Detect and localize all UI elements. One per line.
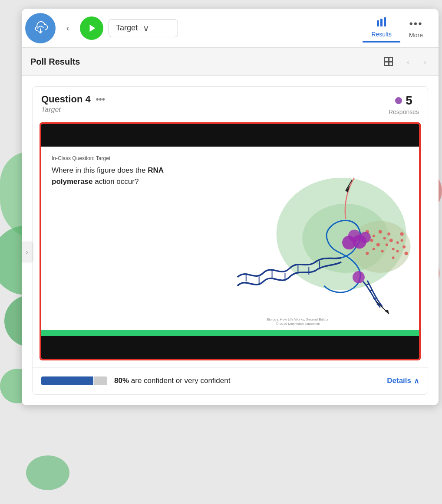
more-label: More [409,32,423,39]
main-panel: ‹ Target ∨ Results [22,9,439,405]
expand-handle[interactable]: › [22,242,32,262]
poll-results-title: Poll Results [30,57,381,67]
biology-figure: Biology: How Life Works, Second Edition … [211,147,419,330]
confidence-description: are confident or very confident [131,376,231,385]
svg-point-22 [392,248,394,250]
svg-point-25 [400,232,403,236]
svg-point-23 [366,252,369,255]
expand-view-button[interactable] [381,54,396,69]
dropdown-label: Target [116,23,138,33]
prev-question-button[interactable]: ‹ [403,55,413,69]
slide-image-area: Biology: How Life Works, Second Edition … [211,147,419,330]
chevron-down-icon: ∨ [143,23,149,33]
svg-text:© 2016 Macmillan Education: © 2016 Macmillan Education [276,322,320,326]
svg-rect-4 [385,58,388,61]
svg-point-30 [392,256,394,259]
target-dropdown[interactable]: Target ∨ [109,19,178,37]
svg-point-28 [396,250,399,252]
svg-point-20 [389,239,393,242]
svg-text:Biology: How Life Works, Secon: Biology: How Life Works, Second Edition [267,317,329,321]
confidence-bar [41,376,107,385]
poll-results-header: Poll Results ‹ › [22,48,439,76]
svg-marker-0 [89,24,95,32]
slide-content: In-Class Question: Target Where in this … [41,147,419,330]
svg-point-24 [396,241,399,244]
svg-point-41 [359,232,370,243]
poll-header-actions: ‹ › [381,54,430,69]
slide-inner: In-Class Question: Target Where in this … [41,124,419,359]
svg-point-15 [370,239,373,242]
cloud-logo[interactable] [25,13,56,43]
question-card: Question 4 ••• Target 5 Responses [32,86,428,395]
question-header: Question 4 ••• Target 5 Responses [33,87,428,119]
chevron-up-icon: ∧ [414,376,419,386]
details-label: Details [387,376,411,385]
svg-rect-3 [384,17,386,26]
response-label: Responses [389,108,419,115]
confidence-bar-empty [94,376,107,385]
confidence-text: 80% are confident or very confident [114,376,380,385]
expand-icon [383,56,394,67]
slide-question-text: Where in this figure does the [52,166,148,174]
toolbar-nav: Results ••• More [363,13,432,43]
question-title-text: Question 4 [41,94,91,105]
svg-point-14 [383,237,386,239]
slide-label: In-Class Question: Target [52,155,201,161]
results-label: Results [371,31,392,38]
next-question-button[interactable]: › [420,55,430,69]
svg-point-26 [400,239,403,242]
play-button[interactable] [80,16,103,40]
svg-point-29 [404,252,408,255]
slide-question-end: action occur? [93,177,139,186]
responses-area: 5 Responses [389,94,419,115]
svg-point-12 [372,235,375,237]
response-dot [395,97,402,104]
svg-rect-1 [377,20,379,26]
back-button[interactable]: ‹ [61,21,75,35]
nav-results[interactable]: Results [363,13,400,43]
svg-rect-5 [389,58,393,61]
svg-point-17 [385,243,388,246]
slide-footer-bar [41,330,419,336]
details-button[interactable]: Details ∧ [387,376,419,386]
question-options-button[interactable]: ••• [96,95,105,105]
svg-point-40 [348,229,360,242]
confidence-percent: 80% [114,376,129,385]
svg-point-18 [387,232,390,236]
confidence-area: 80% are confident or very confident Deta… [33,367,428,394]
svg-rect-2 [380,19,383,26]
svg-point-19 [381,250,383,252]
confidence-bar-filled [41,376,93,385]
slide-text-area: In-Class Question: Target Where in this … [41,147,211,330]
slide-question: Where in this figure does the RNA polyme… [52,165,201,187]
cloud-icon [32,20,49,37]
svg-rect-7 [389,62,393,65]
toolbar: ‹ Target ∨ Results [22,9,439,48]
play-icon [88,23,97,33]
svg-point-27 [402,245,406,249]
question-subtitle: Target [41,106,389,114]
bar-chart-icon [376,17,387,29]
nav-more[interactable]: ••• More [400,13,432,43]
content-area: Question 4 ••• Target 5 Responses [22,76,439,405]
svg-point-42 [352,271,364,283]
svg-point-13 [378,230,382,233]
slide-black-bar-bottom [41,336,419,359]
slide-container: In-Class Question: Target Where in this … [40,122,421,360]
svg-point-21 [372,248,375,250]
question-title-row: Question 4 ••• [41,94,389,105]
response-count: 5 [406,94,412,108]
question-title-area: Question 4 ••• Target [41,94,389,114]
more-dots-icon: ••• [409,18,422,30]
slide-black-bar-top [41,124,419,147]
svg-rect-6 [385,62,388,65]
svg-point-16 [376,243,379,246]
